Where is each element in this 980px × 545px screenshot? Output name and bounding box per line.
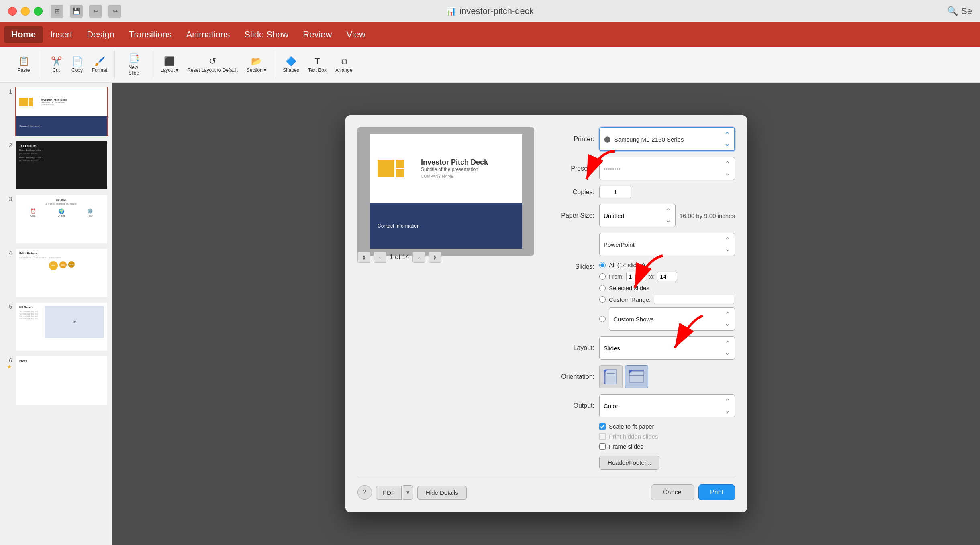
last-page-button[interactable]: ⟫ [429, 252, 441, 263]
pdf-dropdown-button[interactable]: ▾ [403, 485, 413, 500]
print-hidden-row: Print hidden slides [599, 433, 735, 440]
radio-custom-shows[interactable] [599, 316, 606, 322]
slide-thumb-3[interactable]: Solution A brief line describing your so… [15, 194, 108, 244]
portrait-button[interactable] [599, 365, 623, 388]
reset-layout-button[interactable]: ↺ Reset Layout to Default [183, 54, 241, 75]
textbox-button[interactable]: T Text Box [304, 54, 331, 75]
new-slide-button[interactable]: 📑 NewSlide [120, 51, 148, 78]
frame-slides-label: Frame slides [609, 443, 643, 450]
slide-item-2[interactable]: 2 The Problem Describe the problem you c… [4, 140, 108, 190]
next-page-button[interactable]: › [412, 252, 425, 263]
radio-all[interactable] [599, 262, 606, 268]
shapes-icon: 🔷 [286, 56, 296, 67]
radio-custom-range[interactable] [599, 296, 606, 303]
slide-preview: Investor Pitch Deck Subtitle of the pres… [370, 134, 522, 249]
print-hidden-checkbox[interactable] [599, 433, 606, 440]
save-icon[interactable]: 💾 [70, 5, 83, 18]
landscape-button[interactable] [625, 365, 648, 388]
menu-animations[interactable]: Animations [179, 26, 237, 43]
slide-item-5[interactable]: 5 US Reach You can edit this text You ca… [4, 302, 108, 352]
slide-group: 📑 NewSlide [116, 51, 151, 79]
dialog-bottom: ? PDF ▾ Hide Details Cancel Print [357, 478, 735, 500]
slides-row: Slides: All (14 slides) F [546, 262, 735, 331]
scale-to-fit-checkbox[interactable] [599, 423, 606, 430]
slide5-title: US Reach [19, 306, 43, 309]
layout-button[interactable]: ⬛ Layout ▾ [156, 54, 182, 75]
radio-all-row: All (14 slides) [599, 262, 735, 268]
arrange-button[interactable]: ⧉ Arrange [331, 54, 357, 75]
menu-slideshow[interactable]: Slide Show [237, 26, 296, 43]
pdf-group: PDF ▾ [376, 485, 413, 500]
dialog-overlay: Investor Pitch Deck Subtitle of the pres… [112, 83, 980, 545]
menu-transitions[interactable]: Transitions [122, 26, 179, 43]
print-button[interactable]: Print [698, 484, 735, 500]
custom-range-input[interactable] [654, 295, 734, 304]
print-hidden-label: Print hidden slides [609, 433, 658, 440]
layout-select[interactable]: Slides ⌃⌄ [599, 336, 735, 360]
slide-item-1[interactable]: 1 [4, 87, 108, 136]
radio-from[interactable] [599, 273, 606, 280]
pdf-button[interactable]: PDF [376, 486, 402, 500]
custom-shows-select[interactable]: Custom Shows ⌃⌄ [609, 307, 735, 331]
radio-all-label: All (14 slides) [609, 262, 645, 268]
help-button[interactable]: ? [357, 485, 372, 500]
slide-preview-area: Investor Pitch Deck Subtitle of the pres… [357, 127, 534, 256]
format-select[interactable]: PowerPoint ⌃⌄ [599, 233, 735, 256]
search-area[interactable]: 🔍 Se [947, 6, 972, 16]
slide-number-3: 3 [4, 194, 12, 202]
minimize-button[interactable] [21, 7, 30, 16]
slide-thumb-4[interactable]: Edit title here Edit text hereEdit text … [15, 248, 108, 298]
section-button[interactable]: 📂 Section ▾ [243, 54, 270, 75]
undo-icon[interactable]: ↩ [89, 5, 102, 18]
slide-item-4[interactable]: 4 Edit title here Edit text hereEdit tex… [4, 248, 108, 298]
cancel-button[interactable]: Cancel [651, 484, 694, 500]
close-button[interactable] [8, 7, 17, 16]
presets-select[interactable]: •••••••• ⌃⌄ [599, 157, 735, 180]
slide-thumb-6[interactable]: Press [15, 356, 108, 405]
copy-button[interactable]: 📄 Copy [67, 54, 87, 75]
slide-star-6: ★ [7, 364, 12, 370]
layout-label: Layout ▾ [160, 67, 178, 73]
hide-details-button[interactable]: Hide Details [417, 486, 467, 500]
redo-icon[interactable]: ↪ [108, 5, 121, 18]
layout-row: Layout: Slides ⌃⌄ [546, 336, 735, 360]
cut-button[interactable]: ✂️ Cut [46, 54, 66, 75]
logo-sq-sm2 [29, 102, 33, 106]
prev-page-button[interactable]: ‹ [374, 252, 386, 263]
slide-item-3[interactable]: 3 Solution A brief line describing your … [4, 194, 108, 244]
radio-selected[interactable] [599, 285, 606, 291]
sidebar-icon[interactable]: ⊞ [51, 5, 63, 18]
shapes-button[interactable]: 🔷 Shapes [279, 54, 303, 75]
first-page-button[interactable]: ⟪ [357, 252, 370, 263]
menu-review[interactable]: Review [296, 26, 339, 43]
paste-button[interactable]: 📋 Paste [10, 54, 38, 75]
menu-view[interactable]: View [339, 26, 372, 43]
from-input[interactable] [626, 272, 646, 281]
to-input[interactable] [657, 272, 677, 281]
header-footer-button[interactable]: Header/Footer... [599, 456, 659, 470]
copies-input[interactable] [599, 186, 631, 198]
frame-slides-checkbox[interactable] [599, 443, 606, 450]
format-button[interactable]: 🖌️ Format [88, 54, 111, 75]
new-slide-icon: 📑 [129, 53, 139, 64]
slide-thumb-1[interactable]: Investor Pitch Deck Subtitle of the pres… [15, 87, 108, 136]
toolbar-icons: ⊞ 💾 ↩ ↪ [51, 5, 121, 18]
format-value: PowerPoint [604, 241, 635, 248]
paper-size-select[interactable]: Untitled ⌃⌄ [599, 204, 676, 227]
menu-design[interactable]: Design [80, 26, 121, 43]
maximize-button[interactable] [34, 7, 43, 16]
copy-label: Copy [71, 67, 83, 73]
menu-home[interactable]: Home [4, 26, 43, 43]
paper-size-row: Paper Size: Untitled ⌃⌄ 16.00 by 9.00 in… [546, 204, 735, 227]
printer-select[interactable]: ⬤ Samsung ML-2160 Series ⌃⌄ [599, 127, 735, 151]
circle-50k: 50k [49, 261, 58, 270]
toolbar: 📋 Paste ✂️ Cut 📄 Copy 🖌️ Format 📑 NewSli… [0, 47, 980, 83]
output-select[interactable]: Color ⌃⌄ [599, 394, 735, 417]
shapes-label: Shapes [283, 67, 299, 73]
slide-thumb-2[interactable]: The Problem Describe the problem you can… [15, 140, 108, 190]
slide-number-2: 2 [4, 140, 12, 148]
orientation-label: Orientation: [546, 373, 594, 380]
slide-item-6[interactable]: 6 ★ Press [4, 356, 108, 405]
menu-insert[interactable]: Insert [43, 26, 80, 43]
slide-thumb-5[interactable]: US Reach You can edit this text You can … [15, 302, 108, 352]
